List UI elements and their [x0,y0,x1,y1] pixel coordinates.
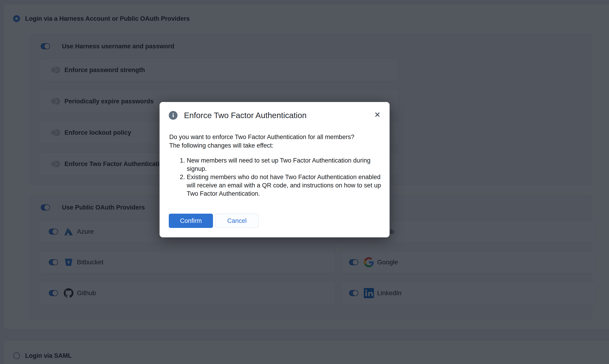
info-icon: i [169,111,178,120]
cancel-button[interactable]: Cancel [215,214,259,228]
dialog-intro-line2: The following changes will take effect: [169,141,354,150]
dialog-title: Enforce Two Factor Authentication [184,111,306,120]
close-icon[interactable]: ✕ [372,109,383,120]
enforce-two-factor-dialog: i Enforce Two Factor Authentication ✕ Do… [160,102,389,237]
dialog-buttons: Confirm Cancel [169,214,259,228]
list-item: Existing members who do not have Two Fac… [187,173,384,198]
dialog-header: i Enforce Two Factor Authentication [169,111,306,120]
list-item: New members will need to set up Two Fact… [187,156,384,173]
dialog-intro-line1: Do you want to enforce Two Factor Authen… [169,133,354,141]
dialog-intro-text: Do you want to enforce Two Factor Authen… [169,133,354,150]
confirm-button[interactable]: Confirm [169,214,213,228]
dialog-change-list: New members will need to set up Two Fact… [169,156,384,198]
authentication-settings-page: Login via a Harness Account or Public OA… [0,0,609,364]
